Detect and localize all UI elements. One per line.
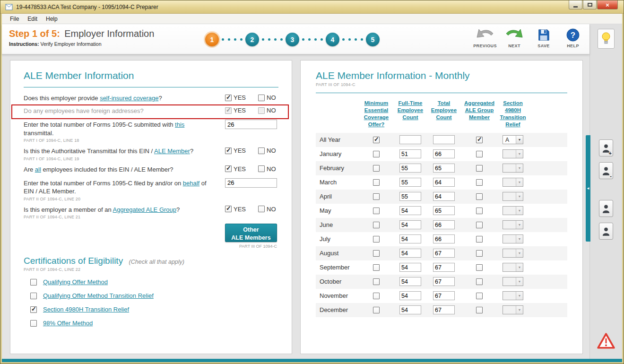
next-button[interactable]: NEXT (502, 27, 527, 48)
authoritative-no-checkbox[interactable] (258, 147, 265, 154)
total-count-input[interactable] (433, 249, 455, 258)
ale-member-link[interactable]: ALE Member (154, 147, 190, 155)
step-circle-3[interactable]: 3 (286, 33, 299, 46)
aggregated-group-checkbox[interactable] (476, 293, 483, 299)
total-count-column-link[interactable]: Total Employee Count (427, 100, 460, 121)
total-count-input[interactable] (433, 206, 455, 215)
aggregated-group-no-checkbox[interactable] (258, 206, 265, 212)
menu-help[interactable]: Help (42, 15, 62, 23)
aggregated-group-column-link[interactable]: Aggregated ALE Group Member (461, 100, 497, 121)
aggregated-group-checkbox[interactable] (476, 307, 483, 313)
minimize-button[interactable] (569, 0, 582, 9)
certification-checkbox[interactable] (30, 320, 37, 327)
authoritative-yes-checkbox[interactable] (225, 147, 232, 154)
total-count-input[interactable] (433, 220, 455, 229)
aggregated-group-checkbox[interactable] (476, 250, 483, 257)
aggregated-group-checkbox[interactable] (476, 137, 483, 143)
mec-offer-checkbox[interactable] (373, 165, 380, 172)
transition-relief-column-link[interactable]: Section 4980H Transition Relief (498, 100, 528, 128)
self-insured-coverage-link[interactable]: self-insured coverage (100, 95, 158, 102)
mec-offer-checkbox[interactable] (373, 278, 380, 285)
total-count-input[interactable] (433, 135, 455, 144)
employee-edit-button[interactable] (599, 200, 613, 217)
full-time-count-input[interactable] (399, 234, 421, 243)
step-circle-2[interactable]: 2 (245, 33, 259, 46)
mec-offer-checkbox[interactable] (373, 193, 380, 200)
menu-file[interactable]: File (6, 15, 23, 23)
aggregated-ale-group-link[interactable]: Aggregated ALE Group (113, 206, 176, 213)
full-time-count-input[interactable] (399, 249, 421, 258)
behalf-link[interactable]: behalf (183, 180, 199, 187)
mec-offer-checkbox[interactable] (373, 208, 380, 214)
maximize-button[interactable] (583, 0, 597, 9)
save-button[interactable]: SAVE (531, 27, 556, 48)
full-time-count-input[interactable] (399, 164, 421, 173)
mec-offer-checkbox[interactable] (373, 137, 380, 143)
aggregated-group-checkbox[interactable] (476, 222, 483, 228)
self-insured-no-checkbox[interactable] (258, 95, 265, 101)
total-count-input[interactable] (433, 234, 455, 243)
certification-link[interactable]: Qualifying Offer Method Transition Relie… (43, 292, 154, 299)
total-count-input[interactable] (433, 263, 455, 272)
aggregated-group-yes-checkbox[interactable] (225, 206, 232, 212)
certification-checkbox[interactable] (30, 279, 37, 286)
aggregated-group-checkbox[interactable] (476, 264, 483, 271)
full-time-count-input[interactable] (399, 178, 421, 187)
mec-offer-checkbox[interactable] (373, 151, 380, 157)
certification-checkbox[interactable] (30, 306, 37, 313)
collapse-panel-strip[interactable]: ◄ (586, 135, 590, 242)
full-time-count-input[interactable] (399, 291, 421, 300)
mec-offer-checkbox[interactable] (373, 264, 380, 271)
mec-offer-checkbox[interactable] (373, 307, 380, 313)
transition-relief-select[interactable]: A▼ (503, 135, 523, 144)
certification-link[interactable]: Qualifying Offer Method (43, 278, 108, 286)
full-time-count-input[interactable] (399, 135, 421, 144)
self-insured-yes-checkbox[interactable] (225, 95, 232, 101)
step-circle-4[interactable]: 4 (326, 33, 339, 46)
full-time-count-input[interactable] (399, 277, 421, 286)
aggregated-group-checkbox[interactable] (476, 165, 483, 172)
this-transmittal-link[interactable]: this (175, 121, 184, 128)
full-time-count-input[interactable] (399, 149, 421, 158)
step-circle-1[interactable]: 1 (205, 33, 219, 46)
aggregated-group-checkbox[interactable] (476, 151, 483, 157)
tips-button[interactable] (598, 29, 615, 49)
total-count-input[interactable] (433, 192, 455, 201)
aggregated-group-checkbox[interactable] (476, 236, 483, 243)
full-time-count-input[interactable] (399, 220, 421, 229)
full-time-count-input[interactable] (399, 192, 421, 201)
aggregated-group-checkbox[interactable] (476, 208, 483, 214)
certification-link[interactable]: Section 4980H Transition Relief (43, 306, 129, 313)
other-ale-members-button[interactable]: Other ALE Members (225, 224, 277, 242)
all-employees-no-checkbox[interactable] (258, 165, 265, 172)
mec-offer-column-link[interactable]: Minimum Essential Coverage Offer? (359, 100, 393, 128)
aggregated-group-checkbox[interactable] (476, 278, 483, 285)
previous-button[interactable]: PREVIOUS (472, 27, 498, 48)
validation-warning-button[interactable] (597, 332, 615, 351)
menu-edit[interactable]: Edit (23, 15, 42, 23)
total-count-input[interactable] (433, 291, 455, 300)
full-time-count-input[interactable] (399, 305, 421, 314)
aggregated-group-checkbox[interactable] (476, 179, 483, 186)
full-time-count-input[interactable] (399, 206, 421, 215)
mec-offer-checkbox[interactable] (373, 236, 380, 243)
total-count-input[interactable] (433, 277, 455, 286)
mec-offer-checkbox[interactable] (373, 250, 380, 257)
mec-offer-checkbox[interactable] (373, 222, 380, 228)
total-count-input[interactable] (433, 305, 455, 314)
step-circle-5[interactable]: 5 (366, 33, 380, 46)
employee-view-button[interactable] (599, 223, 613, 240)
total-count-input[interactable] (433, 164, 455, 173)
certification-link[interactable]: 98% Offer Method (43, 320, 93, 327)
full-time-count-input[interactable] (399, 263, 421, 272)
full-time-count-column-link[interactable]: Full-Time Employee Count (394, 100, 426, 121)
forms-submitted-input[interactable] (225, 120, 277, 129)
mec-offer-checkbox[interactable] (373, 293, 380, 299)
total-count-input[interactable] (433, 149, 455, 158)
certification-checkbox[interactable] (30, 293, 37, 299)
close-button[interactable]: × (597, 0, 618, 9)
forms-filed-input[interactable] (225, 178, 277, 188)
employee-remove-button[interactable]: - (599, 162, 613, 179)
help-button[interactable]: ? HELP (560, 27, 586, 48)
employee-add-button[interactable]: + (599, 139, 613, 156)
